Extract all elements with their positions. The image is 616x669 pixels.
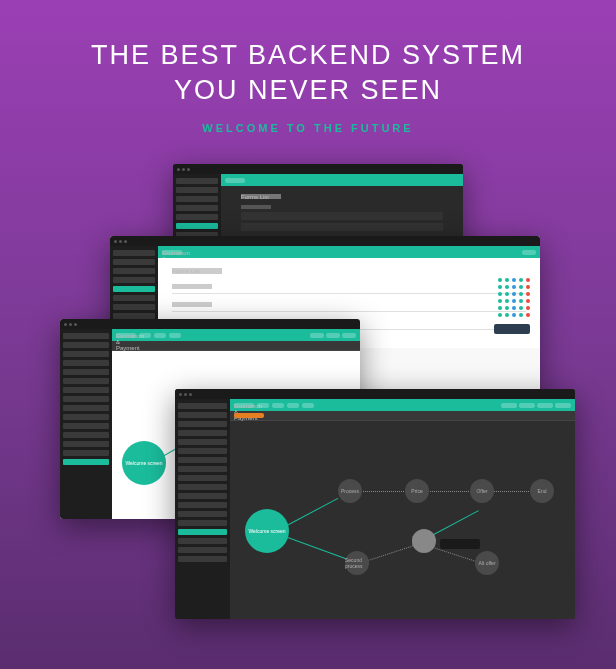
- sidebar-item[interactable]: [178, 403, 227, 409]
- sidebar-item-active[interactable]: [63, 459, 109, 465]
- topbar-tab[interactable]: [139, 333, 151, 338]
- action-dot[interactable]: [505, 278, 509, 282]
- action-dot[interactable]: [526, 299, 530, 303]
- topbar-action[interactable]: [522, 250, 536, 255]
- sidebar-item[interactable]: [178, 448, 227, 454]
- sidebar-item[interactable]: [178, 475, 227, 481]
- sidebar-item-active[interactable]: [178, 529, 227, 535]
- sidebar-item[interactable]: [178, 511, 227, 517]
- action-dot[interactable]: [526, 306, 530, 310]
- topbar-tab[interactable]: [169, 333, 181, 338]
- field-input[interactable]: [172, 311, 526, 312]
- sidebar-item[interactable]: [176, 205, 218, 211]
- sidebar-item[interactable]: [178, 466, 227, 472]
- action-dot[interactable]: [512, 313, 516, 317]
- sidebar-item[interactable]: [176, 187, 218, 193]
- form-row[interactable]: [241, 212, 443, 220]
- action-dot[interactable]: [512, 278, 516, 282]
- sidebar-item-active[interactable]: [176, 223, 218, 229]
- action-dot[interactable]: [512, 292, 516, 296]
- action-dot[interactable]: [505, 313, 509, 317]
- sidebar-item[interactable]: [178, 493, 227, 499]
- sidebar-item[interactable]: [113, 304, 155, 310]
- topbar-action[interactable]: [555, 403, 571, 408]
- action-dot[interactable]: [498, 292, 502, 296]
- action-dot[interactable]: [498, 313, 502, 317]
- action-dot[interactable]: [519, 278, 523, 282]
- sidebar-item[interactable]: [178, 439, 227, 445]
- topbar-action[interactable]: [519, 403, 535, 408]
- action-dot[interactable]: [498, 299, 502, 303]
- sidebar-item-active[interactable]: [113, 286, 155, 292]
- sidebar-item[interactable]: [178, 457, 227, 463]
- topbar-action[interactable]: [501, 403, 517, 408]
- topbar-tab[interactable]: [302, 403, 314, 408]
- action-dot[interactable]: [505, 299, 509, 303]
- sidebar-item[interactable]: [63, 423, 109, 429]
- node-step[interactable]: Offer: [470, 479, 494, 503]
- sidebar-item[interactable]: [178, 502, 227, 508]
- sidebar-item[interactable]: [63, 333, 109, 339]
- field-input[interactable]: [172, 293, 526, 294]
- topbar-tab[interactable]: [272, 403, 284, 408]
- steps-manager-tab[interactable]: [234, 413, 264, 418]
- sidebar-item[interactable]: [176, 214, 218, 220]
- action-dot[interactable]: [512, 299, 516, 303]
- action-dot[interactable]: [519, 313, 523, 317]
- sidebar-item[interactable]: [178, 421, 227, 427]
- sidebar-item[interactable]: [63, 387, 109, 393]
- action-dot[interactable]: [526, 278, 530, 282]
- topbar-action[interactable]: [310, 333, 324, 338]
- action-dot[interactable]: [498, 278, 502, 282]
- node-step[interactable]: Process: [338, 479, 362, 503]
- topbar-tab[interactable]: [154, 333, 166, 338]
- action-dot[interactable]: [512, 285, 516, 289]
- sidebar-item[interactable]: [63, 342, 109, 348]
- action-dot[interactable]: [498, 306, 502, 310]
- sidebar-item[interactable]: [63, 396, 109, 402]
- sidebar-item[interactable]: [176, 178, 218, 184]
- node-welcome[interactable]: Welcome screen: [122, 441, 166, 485]
- submit-button[interactable]: [494, 324, 530, 334]
- sidebar-item[interactable]: [63, 450, 109, 456]
- topbar-tab[interactable]: [257, 403, 269, 408]
- action-dot[interactable]: [526, 285, 530, 289]
- sidebar-item[interactable]: [178, 430, 227, 436]
- node-step[interactable]: Alt offer: [475, 551, 499, 575]
- sidebar-item[interactable]: [63, 441, 109, 447]
- topbar-pill[interactable]: [225, 178, 245, 183]
- action-dot[interactable]: [512, 306, 516, 310]
- node-step-highlighted[interactable]: Same Price: [412, 529, 436, 553]
- action-dot[interactable]: [505, 306, 509, 310]
- topbar-action[interactable]: [342, 333, 356, 338]
- action-dot[interactable]: [526, 313, 530, 317]
- topbar-action[interactable]: [537, 403, 553, 408]
- sidebar-item[interactable]: [176, 196, 218, 202]
- node-welcome[interactable]: Welcome screen: [245, 509, 289, 553]
- sidebar-item[interactable]: [63, 414, 109, 420]
- sidebar-item[interactable]: [113, 277, 155, 283]
- sidebar-item[interactable]: [113, 295, 155, 301]
- node-step[interactable]: Price: [405, 479, 429, 503]
- sidebar-item[interactable]: [178, 412, 227, 418]
- topbar-action[interactable]: [326, 333, 340, 338]
- action-dot[interactable]: [519, 306, 523, 310]
- action-dot[interactable]: [505, 292, 509, 296]
- sidebar-item[interactable]: [178, 484, 227, 490]
- sidebar-item[interactable]: [178, 547, 227, 553]
- sidebar-item[interactable]: [63, 405, 109, 411]
- sidebar-item[interactable]: [63, 432, 109, 438]
- action-dot[interactable]: [519, 285, 523, 289]
- node-step[interactable]: End: [530, 479, 554, 503]
- sidebar-item[interactable]: [63, 378, 109, 384]
- sidebar-item[interactable]: [63, 369, 109, 375]
- action-dot[interactable]: [498, 285, 502, 289]
- sidebar-item[interactable]: [113, 259, 155, 265]
- sidebar-item[interactable]: [63, 360, 109, 366]
- sidebar-item[interactable]: [178, 556, 227, 562]
- action-dot[interactable]: [519, 292, 523, 296]
- sidebar-item[interactable]: [113, 250, 155, 256]
- sidebar-item[interactable]: [178, 538, 227, 544]
- sidebar-item[interactable]: [178, 520, 227, 526]
- sidebar-item[interactable]: [113, 268, 155, 274]
